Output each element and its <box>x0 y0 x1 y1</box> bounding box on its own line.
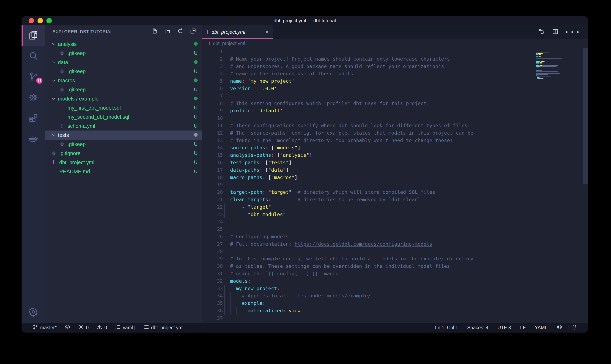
code-line-10[interactable] <box>230 115 588 122</box>
code-line-3[interactable]: # and underscores. A good package name s… <box>230 63 588 70</box>
activity-item-settings[interactable] <box>22 302 45 323</box>
status-encoding[interactable]: UTF-8 <box>498 325 511 330</box>
status-git-branch[interactable]: master* <box>32 324 56 331</box>
code-line-8[interactable]: # This setting configures which "profile… <box>230 100 588 107</box>
code-lines[interactable]: # Name your project! Project names shoul… <box>223 48 588 323</box>
title-bar: dbt_project.yml — dbt-tutorial <box>22 16 588 25</box>
line-number: 13 <box>202 137 223 144</box>
status-language[interactable]: YAML <box>535 325 547 330</box>
tree-file--gitkeep[interactable]: .gitkeepU <box>45 85 202 94</box>
code-line-25[interactable] <box>230 226 588 233</box>
tree-file--gitkeep[interactable]: .gitkeepU <box>45 140 202 149</box>
tree-folder-macros[interactable]: macros <box>45 76 202 85</box>
code-line-35[interactable]: example: <box>230 300 588 307</box>
code-line-26[interactable]: # Configuring models <box>230 233 588 241</box>
code-line-4[interactable]: # name or the intended use of these mode… <box>230 70 588 78</box>
activity-item-docker[interactable] <box>22 129 45 149</box>
status-cursor-position[interactable]: Ln 1, Col 1 <box>435 325 458 330</box>
code-line-28[interactable] <box>230 248 588 255</box>
activity-item-source-control[interactable]: 11 <box>22 67 45 87</box>
status-warnings[interactable]: 0 <box>97 324 107 331</box>
tree-file--gitkeep[interactable]: .gitkeepU <box>45 49 202 58</box>
code-line-13[interactable]: # found in the "models/" directory. You … <box>230 137 588 144</box>
code-line-32[interactable]: models: <box>230 278 588 285</box>
code-line-15[interactable]: analysis-paths: ["analysis"] <box>230 152 588 159</box>
code-line-29[interactable]: # In this example config, we tell dbt to… <box>230 255 588 263</box>
status-language-mode[interactable]: yaml | <box>115 324 136 331</box>
status-notifications[interactable] <box>571 324 577 331</box>
line-number: 22 <box>202 204 223 211</box>
open-changes-button[interactable] <box>538 28 545 36</box>
activity-item-explorer[interactable] <box>22 25 45 46</box>
status-sync[interactable] <box>64 324 70 331</box>
code-line-16[interactable]: test-paths: ["tests"] <box>230 159 588 167</box>
tree-file--gitignore[interactable]: .gitignoreU <box>45 149 202 158</box>
code-line-5[interactable]: name: 'my_new_project' <box>230 78 588 85</box>
smiley-icon <box>556 324 562 331</box>
code-line-20[interactable]: target-path: "target" # directory which … <box>230 189 588 196</box>
status-indentation[interactable]: Spaces: 4 <box>467 325 488 330</box>
new-folder-button[interactable] <box>163 28 171 36</box>
code-line-27[interactable]: # Full documentation: https://docs.getdb… <box>230 241 588 248</box>
new-file-button[interactable] <box>151 28 158 36</box>
code-line-9[interactable]: profile: 'default' <box>230 107 588 115</box>
extensions-icon <box>28 113 38 124</box>
activity-item-extensions[interactable] <box>22 108 45 129</box>
code-line-36[interactable]: materialized: view <box>230 307 588 314</box>
line-number: 11 <box>202 122 223 130</box>
code-line-37[interactable] <box>230 314 588 322</box>
code-line-12[interactable]: # The `source-paths` config, for example… <box>230 130 588 137</box>
code-line-34[interactable]: # Applies to all files under models/exam… <box>230 292 588 300</box>
scrollbar-thumb[interactable] <box>583 48 588 184</box>
code-line-2[interactable]: # Name your project! Project names shoul… <box>230 55 588 63</box>
debug-icon <box>28 92 38 103</box>
code-line-24[interactable] <box>230 218 588 226</box>
code-line-23[interactable]: - "dbt_modules" <box>230 211 588 218</box>
editor-scrollbar[interactable] <box>583 48 588 323</box>
tree-file-readme-md[interactable]: README.mdU <box>45 167 202 176</box>
tree-folder-data[interactable]: data <box>45 58 202 67</box>
code-line-18[interactable]: macro-paths: ["macros"] <box>230 174 588 181</box>
breadcrumb[interactable]: ! dbt_project.yml <box>202 39 588 48</box>
status-errors[interactable]: 0 <box>78 324 89 331</box>
code-line-14[interactable]: source-paths: ["models"] <box>230 144 588 152</box>
tree-file-my-first-dbt-model-sql[interactable]: my_first_dbt_model.sqlU <box>45 103 202 112</box>
tree-item-label: .gitignore <box>59 150 190 156</box>
tree-item-label: my_first_dbt_model.sql <box>68 105 190 111</box>
code-line-21[interactable]: clean-targets: # directories to be remov… <box>230 196 588 204</box>
code-line-31[interactable]: # using the `{{ config(...) }}` macro. <box>230 270 588 278</box>
code-line-17[interactable]: data-paths: ["data"] <box>230 167 588 174</box>
status-eol[interactable]: LF <box>520 325 526 330</box>
tree-file--gitkeep[interactable]: .gitkeepU <box>45 67 202 76</box>
tree-folder-models-example[interactable]: models / example <box>45 94 202 103</box>
code-line-19[interactable] <box>230 181 588 189</box>
activity-item-debug[interactable] <box>22 87 45 108</box>
code-line-6[interactable]: version: '1.0.0' <box>230 85 588 92</box>
split-editor-button[interactable] <box>552 28 559 36</box>
activity-item-search[interactable] <box>22 46 45 67</box>
collapse-all-button[interactable] <box>189 28 197 36</box>
close-tab-icon[interactable]: × <box>265 29 269 35</box>
more-actions-button[interactable]: • • • <box>566 28 580 36</box>
code-line-1[interactable] <box>230 48 588 55</box>
tree-file-schema-yml[interactable]: !schema.ymlU <box>45 121 202 130</box>
minimap[interactable] <box>536 48 583 323</box>
code-line-11[interactable]: # These configurations specify where dbt… <box>230 122 588 130</box>
tree-folder-analysis[interactable]: analysis <box>45 39 202 49</box>
code-line-22[interactable]: - "target" <box>230 204 588 211</box>
code-area[interactable]: 1234567891011121314151617181920212223242… <box>202 48 588 323</box>
status-feedback[interactable] <box>556 324 562 331</box>
tree-file-dbt-project-yml[interactable]: !dbt_project.ymlU <box>45 158 202 167</box>
tree-folder-tests[interactable]: tests <box>45 130 202 140</box>
list-selection-icon <box>143 324 149 331</box>
code-line-7[interactable] <box>230 92 588 100</box>
status-active-file[interactable]: dbt_project.yml <box>143 324 183 331</box>
line-number: 23 <box>202 211 223 218</box>
tab-dbt-project-yml[interactable]: ! dbt_project.yml × <box>202 25 273 39</box>
tree-file-my-second-dbt-model-sql[interactable]: my_second_dbt_model.sqlU <box>45 112 202 121</box>
code-line-33[interactable]: my_new_project: <box>230 285 588 292</box>
indent-guide <box>224 300 225 307</box>
code-line-30[interactable]: # as tables. These settings can be overr… <box>230 263 588 270</box>
search-icon <box>28 51 38 62</box>
refresh-button[interactable] <box>176 28 184 36</box>
